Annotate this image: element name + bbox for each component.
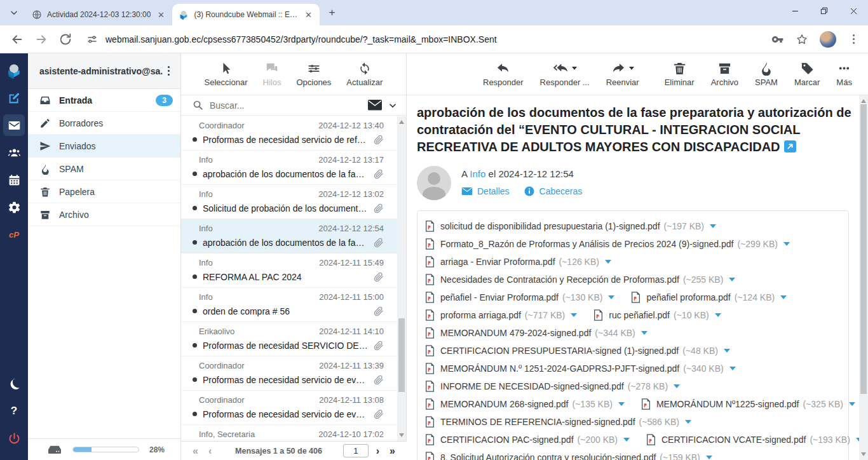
refresh-list-button[interactable]: Actualizar: [346, 62, 383, 87]
attachment-menu-caret-icon[interactable]: [571, 313, 577, 317]
password-key-icon[interactable]: [771, 33, 784, 46]
more-button[interactable]: Más: [836, 61, 852, 87]
restore-button[interactable]: [810, 0, 839, 22]
folder-item-borradores[interactable]: Borradores: [28, 112, 180, 135]
folder-item-enviados[interactable]: Enviados: [28, 135, 180, 158]
spam-button[interactable]: SPAM: [755, 61, 778, 87]
first-page-button[interactable]: «: [187, 445, 203, 457]
new-tab-button[interactable]: +: [323, 4, 340, 21]
attachment-menu-caret-icon[interactable]: [674, 384, 680, 388]
attachment-menu-caret-icon[interactable]: [783, 242, 790, 246]
threads-button[interactable]: Hilos: [263, 62, 281, 87]
attachment-link[interactable]: MEMORÁNDUM N.º 1251-2024-GADPRSJ-PJFT-si…: [425, 363, 736, 374]
rail-cpanel-icon[interactable]: cP: [3, 224, 25, 245]
page-number-input[interactable]: [343, 444, 369, 457]
refresh-icon[interactable]: [58, 32, 72, 46]
last-page-button[interactable]: »: [384, 445, 400, 457]
attachment-menu-caret-icon[interactable]: [729, 367, 736, 370]
mark-button[interactable]: Marcar: [794, 61, 820, 87]
url-field[interactable]: webmail.sanjuan.gob.ec/cpsess6773850452/…: [105, 34, 497, 44]
recipient-link[interactable]: Info: [470, 168, 485, 179]
attachment-menu-caret-icon[interactable]: [849, 402, 855, 406]
message-list-item[interactable]: Coordinador2024-12-12 13:40Proformas de …: [181, 116, 398, 151]
attachment-menu-caret-icon[interactable]: [710, 224, 716, 228]
delete-button[interactable]: Eliminar: [665, 61, 695, 87]
rail-settings-icon[interactable]: [3, 196, 25, 218]
headers-toggle[interactable]: Cabeceras: [524, 186, 583, 197]
message-list-item[interactable]: Coordinador2024-12-11 13:08Proformas de …: [181, 391, 398, 425]
attachment-menu-caret-icon[interactable]: [618, 402, 625, 406]
message-list-scrollbar[interactable]: [397, 116, 406, 441]
attachment-menu-caret-icon[interactable]: [685, 420, 691, 424]
options-button[interactable]: Opciones: [296, 62, 331, 87]
forward-icon[interactable]: [34, 32, 48, 46]
attachment-link[interactable]: solicitud de disponibilidad presupuestar…: [425, 220, 716, 232]
browser-menu-icon[interactable]: [848, 34, 859, 44]
reply-button[interactable]: Responder: [483, 61, 524, 87]
select-button[interactable]: Seleccionar: [205, 62, 248, 87]
back-icon[interactable]: [10, 32, 24, 46]
archive-button[interactable]: Archivo: [711, 61, 738, 87]
prev-page-button[interactable]: ‹: [203, 445, 217, 457]
message-list-item[interactable]: Coordinador2024-12-11 13:39Proformas de …: [181, 356, 398, 391]
attachment-menu-caret-icon[interactable]: [780, 295, 787, 299]
reader-scrollbar[interactable]: [859, 95, 868, 460]
attachment-menu-caret-icon[interactable]: [605, 260, 611, 264]
browser-tab-1[interactable]: (3) Roundcube Webmail :: Envia✕: [172, 4, 320, 25]
attachment-link[interactable]: TERMINOS DE REFERENCIA-signed-signed.pdf…: [425, 416, 691, 428]
attachment-link[interactable]: arriaga - Enviar Proforma.pdf(~126 KB): [425, 256, 611, 267]
message-list-item[interactable]: Info, Secretaria2024-12-10 17:02: [181, 425, 398, 441]
attachment-link[interactable]: CERTIFICACION PRESUPUESTARIA-signed (1)-…: [425, 345, 730, 356]
rail-dark-mode-icon[interactable]: [3, 373, 25, 395]
external-link-icon[interactable]: [784, 140, 796, 152]
rail-calendar-icon[interactable]: [3, 169, 25, 191]
account-menu-icon[interactable]: [163, 66, 174, 76]
attachment-menu-caret-icon[interactable]: [724, 349, 730, 353]
attachment-link[interactable]: INFORME DE NECESIDAD-signed-signed.pdf(~…: [425, 381, 680, 392]
site-info-icon[interactable]: [86, 34, 98, 45]
attachment-link[interactable]: proforma arriaga.pdf(~717 KB): [425, 309, 577, 321]
folder-item-entrada[interactable]: Entrada3: [28, 89, 180, 112]
forward-caret-icon[interactable]: [629, 67, 634, 70]
attachment-link[interactable]: Formato_8_Razón de Proformas y Análisis …: [425, 238, 790, 250]
reply-all-caret-icon[interactable]: [572, 67, 577, 70]
rail-compose-icon[interactable]: [3, 87, 25, 109]
rail-mail-icon[interactable]: [3, 114, 25, 136]
tab-search-icon[interactable]: [5, 4, 23, 22]
search-scope-mail-icon[interactable]: [368, 100, 382, 111]
tab-close-icon[interactable]: ✕: [156, 10, 166, 20]
attachment-link[interactable]: peñafiel proforma.pdf(~124 KB): [631, 292, 787, 303]
attachment-menu-caret-icon[interactable]: [715, 313, 721, 317]
rail-logout-icon[interactable]: [3, 428, 25, 449]
forward-button[interactable]: Reenviar: [606, 61, 639, 87]
attachment-link[interactable]: MEMORANDUM 479-2024-signed.pdf(~344 KB): [425, 327, 648, 339]
attachment-link[interactable]: MEMORÁNDUM Nº1225-signed.pdf(~325 KB): [641, 398, 855, 410]
attachment-link[interactable]: 8. Solicitud Autorización contra y resol…: [425, 452, 712, 460]
bookmark-star-icon[interactable]: [796, 33, 808, 46]
rail-contacts-icon[interactable]: [3, 142, 25, 163]
attachment-link[interactable]: peñafiel - Enviar Proforma.pdf(~130 KB): [425, 292, 614, 303]
attachment-link[interactable]: ruc peñafiel.pdf(~10 KB): [593, 309, 721, 321]
folder-item-spam[interactable]: SPAM: [28, 158, 180, 180]
rail-help-icon[interactable]: ?: [3, 400, 25, 422]
folder-item-archivo[interactable]: Archivo: [28, 203, 180, 226]
message-list-item[interactable]: Info2024-12-12 13:02Solicitud de probaci…: [181, 185, 398, 219]
attachment-link[interactable]: CERTIFICACION VCATE-signed.pdf(~193 KB): [646, 434, 859, 445]
search-options-chevron-icon[interactable]: [388, 101, 397, 110]
reply-all-button[interactable]: Responder ...: [540, 61, 590, 87]
message-list-item[interactable]: Info2024-12-12 12:54aprobación de los do…: [181, 219, 398, 254]
browser-tab-0[interactable]: Actividad 2024-12-03 12:30:00✕: [25, 4, 172, 25]
next-page-button[interactable]: ›: [371, 445, 384, 457]
folder-item-papelera[interactable]: Papelera: [28, 180, 180, 203]
attachment-link[interactable]: CERTIFICACION PAC-signed.pdf(~200 KB): [425, 434, 630, 445]
attachment-menu-caret-icon[interactable]: [608, 295, 614, 299]
minimize-button[interactable]: [780, 0, 810, 22]
attachment-menu-caret-icon[interactable]: [623, 438, 630, 442]
browser-profile-avatar[interactable]: [820, 31, 836, 48]
attachment-link[interactable]: MEMORANDUM 268-signed.pdf(~135 KB): [425, 398, 625, 410]
search-bar[interactable]: Buscar...: [181, 95, 406, 116]
message-list-item[interactable]: Erikaolivo2024-12-11 14:10Proformas de n…: [181, 322, 398, 356]
attachment-link[interactable]: Necesidades de Contratación y Recepción …: [425, 274, 735, 285]
close-window-button[interactable]: [839, 0, 868, 22]
attachment-menu-caret-icon[interactable]: [706, 456, 712, 459]
